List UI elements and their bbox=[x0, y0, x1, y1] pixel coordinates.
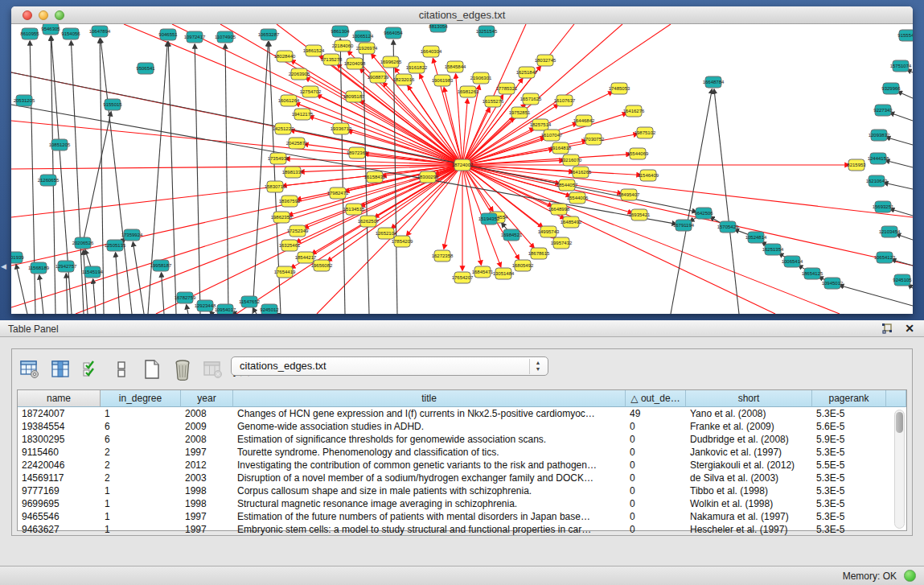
table-cell[interactable]: 14569117 bbox=[18, 472, 101, 484]
table-cell[interactable]: 1997 bbox=[181, 446, 233, 459]
table-row[interactable]: 969969511998Structural magnetic resonanc… bbox=[18, 497, 906, 510]
table-row[interactable]: 977716911998Corpus callosum shape and si… bbox=[18, 484, 906, 497]
table-cell[interactable]: Franke et al. (2009) bbox=[686, 420, 812, 433]
table-cell[interactable]: 49 bbox=[626, 407, 686, 420]
table-cell[interactable]: 5.3E-5 bbox=[812, 472, 886, 484]
table-cell[interactable]: 0 bbox=[626, 446, 686, 459]
column-header-year[interactable]: year bbox=[181, 390, 233, 407]
table-row[interactable]: 1830029562008Estimation of significance … bbox=[18, 433, 906, 446]
table-row[interactable]: 946362711997Embryonic stem cells: a mode… bbox=[18, 523, 906, 536]
table-row[interactable]: 1456911722003Disruption of a novel membe… bbox=[18, 472, 906, 484]
table-cell[interactable]: Investigating the contribution of common… bbox=[233, 459, 626, 472]
table-cell[interactable]: de Silva et al. (2003) bbox=[686, 472, 812, 484]
new-table-button[interactable] bbox=[139, 356, 165, 383]
table-cell[interactable]: 5.3E-5 bbox=[812, 407, 886, 420]
table-cell[interactable]: Genome-wide association studies in ADHD. bbox=[233, 420, 626, 433]
table-cell[interactable]: 2012 bbox=[181, 459, 233, 472]
table-cell[interactable]: 2 bbox=[101, 472, 181, 484]
table-cell[interactable]: 6 bbox=[101, 420, 181, 433]
table-cell[interactable]: Dudbridge et al. (2008) bbox=[686, 433, 812, 446]
table-cell[interactable]: 0 bbox=[626, 433, 686, 446]
column-header-short[interactable]: short bbox=[686, 390, 812, 407]
table-cell[interactable]: 2003 bbox=[181, 472, 233, 484]
select-rows-button[interactable] bbox=[78, 356, 104, 383]
table-cell[interactable]: 2008 bbox=[181, 433, 233, 446]
table-cell[interactable]: Tourette syndrome. Phenomenology and cla… bbox=[233, 446, 626, 459]
table-cell[interactable]: 6 bbox=[101, 433, 181, 446]
column-header-in_degree[interactable]: in_degree bbox=[101, 390, 181, 407]
table-cell[interactable]: 1 bbox=[101, 497, 181, 510]
table-row[interactable]: 2242004622012Investigating the contribut… bbox=[18, 459, 906, 472]
table-cell[interactable]: 1997 bbox=[181, 523, 233, 536]
table-cell[interactable]: 1997 bbox=[181, 510, 233, 523]
table-cell[interactable]: 2009 bbox=[181, 420, 233, 433]
network-graph-canvas[interactable]: 1872400718028440220639051275470216061264… bbox=[11, 24, 913, 314]
table-cell[interactable]: 5.3E-5 bbox=[812, 497, 886, 510]
table-cell[interactable]: 2 bbox=[101, 446, 181, 459]
table-cell[interactable]: 5.3E-5 bbox=[812, 484, 886, 497]
close-panel-icon[interactable]: ✕ bbox=[903, 322, 916, 335]
table-cell[interactable]: 1 bbox=[101, 484, 181, 497]
table-cell[interactable]: 0 bbox=[626, 497, 686, 510]
table-row[interactable]: 946554611997Estimation of the future num… bbox=[18, 510, 906, 523]
table-cell[interactable]: 0 bbox=[626, 523, 686, 536]
table-cell[interactable]: 0 bbox=[626, 459, 686, 472]
float-panel-icon[interactable] bbox=[881, 322, 893, 335]
table-cell[interactable]: 5.3E-5 bbox=[812, 523, 886, 536]
table-cell[interactable]: Tibbo et al. (1998) bbox=[686, 484, 812, 497]
table-cell[interactable]: Estimation of the future numbers of pati… bbox=[233, 510, 626, 523]
table-selector-combobox[interactable]: citations_edges.txt ▲▼ bbox=[231, 356, 548, 376]
column-header-out_de[interactable]: △ out_de… bbox=[626, 390, 686, 407]
table-cell[interactable]: 2008 bbox=[181, 407, 233, 420]
table-cell[interactable]: Stergiakouli et al. (2012) bbox=[686, 459, 812, 472]
table-cell[interactable]: 9777169 bbox=[18, 484, 101, 497]
table-cell[interactable]: 0 bbox=[626, 472, 686, 484]
table-cell[interactable]: 1998 bbox=[181, 484, 233, 497]
delete-rows-trash-button[interactable] bbox=[170, 356, 195, 383]
table-cell[interactable]: 5.6E-5 bbox=[812, 420, 886, 433]
network-view-window[interactable]: citations_edges.txt 18724007180284402206… bbox=[11, 6, 913, 314]
column-header-pagerank[interactable]: pagerank bbox=[812, 390, 886, 407]
table-cell[interactable]: 1 bbox=[101, 523, 181, 536]
table-cell[interactable]: 2 bbox=[101, 459, 181, 472]
table-cell[interactable]: 5.3E-5 bbox=[812, 446, 886, 459]
table-cell[interactable]: 5.9E-5 bbox=[812, 433, 886, 446]
table-cell[interactable]: 9115460 bbox=[18, 446, 101, 459]
network-window-titlebar[interactable]: citations_edges.txt bbox=[11, 6, 913, 24]
column-header-name[interactable]: name bbox=[18, 390, 101, 407]
table-cell[interactable]: 22420046 bbox=[18, 459, 101, 472]
table-panel-titlebar[interactable]: Table Panel ✕ bbox=[0, 320, 924, 337]
table-row[interactable]: 1938455462009Genome-wide association stu… bbox=[18, 420, 906, 433]
table-cell[interactable]: 5.3E-5 bbox=[812, 510, 886, 523]
table-cell[interactable]: 1 bbox=[101, 407, 181, 420]
table-cell[interactable]: Structural magnetic resonance image aver… bbox=[233, 497, 626, 510]
table-settings-button[interactable] bbox=[17, 356, 43, 383]
table-row[interactable]: 1872400712008Changes of HCN gene express… bbox=[18, 407, 906, 420]
table-cell[interactable]: 0 bbox=[626, 484, 686, 497]
table-cell[interactable]: 9463627 bbox=[18, 523, 101, 536]
table-cell[interactable]: 1998 bbox=[181, 497, 233, 510]
table-vertical-scrollbar[interactable] bbox=[894, 410, 905, 529]
table-cell[interactable]: Disruption of a novel member of a sodium… bbox=[233, 472, 626, 484]
table-cell[interactable]: Hescheler et al. (1997) bbox=[686, 523, 812, 536]
table-cell[interactable]: Jankovic et al. (1997) bbox=[686, 446, 812, 459]
table-cell[interactable]: Yano et al. (2008) bbox=[686, 407, 812, 420]
scrollbar-thumb[interactable] bbox=[896, 412, 903, 433]
table-cell[interactable]: 1 bbox=[101, 510, 181, 523]
table-cell[interactable]: Estimation of significance thresholds fo… bbox=[233, 433, 626, 446]
table-cell[interactable]: Wolkin et al. (1998) bbox=[686, 497, 812, 510]
table-cell[interactable]: 0 bbox=[626, 510, 686, 523]
table-row[interactable]: 911546021997Tourette syndrome. Phenomeno… bbox=[18, 446, 906, 459]
panel-collapse-arrow-icon[interactable]: ◀ bbox=[1, 262, 6, 270]
column-header-filler[interactable] bbox=[886, 390, 906, 407]
table-cell[interactable]: 0 bbox=[626, 420, 686, 433]
table-cell[interactable]: Changes of HCN gene expression and I(f) … bbox=[233, 407, 626, 420]
row-height-button[interactable] bbox=[109, 356, 134, 383]
table-cell[interactable]: 19384554 bbox=[18, 420, 101, 433]
table-cell[interactable]: Nakamura et al. (1997) bbox=[686, 510, 812, 523]
table-cell[interactable]: 18724007 bbox=[18, 407, 101, 420]
select-column-button[interactable] bbox=[47, 356, 73, 383]
table-cell[interactable]: Embryonic stem cells: a model to study s… bbox=[233, 523, 626, 536]
table-cell[interactable]: 9699695 bbox=[18, 497, 101, 510]
table-cell[interactable]: 5.5E-5 bbox=[812, 459, 886, 472]
